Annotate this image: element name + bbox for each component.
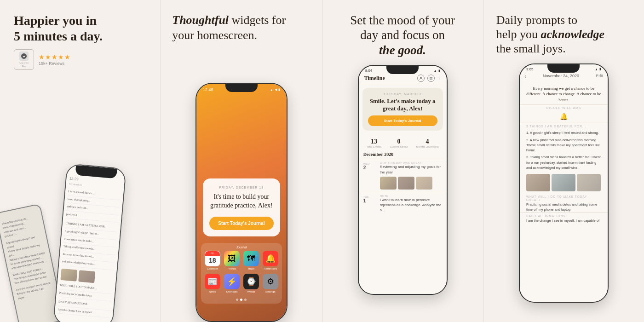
- p3-start-journal-btn[interactable]: Start Today's Journal: [368, 115, 437, 126]
- p4-affirmations-label: DAILY AFFIRMATIONS: [520, 212, 608, 218]
- p4-photo-2: [552, 174, 575, 191]
- p3-entry-img-2: [398, 177, 414, 190]
- phone-p4-mockup: 3:05 ▲ ▮ ‹ November 24, 2020 Edit Every …: [519, 63, 609, 303]
- p2-news-icon-wrap: 📰 News: [205, 274, 220, 293]
- svg-rect-3: [431, 77, 432, 78]
- phone-front-mockup: 12:29 November I have learned that ch...…: [53, 163, 126, 322]
- p2-settings-app-icon: ⚙: [263, 274, 278, 289]
- app-of-day-label: App of the Day: [17, 62, 31, 68]
- panel-4-phone-wrap: 3:05 ▲ ▮ ‹ November 24, 2020 Edit Every …: [483, 63, 644, 322]
- p3-entry-2: TUE 1 NOTE I want to learn how to percei…: [359, 192, 447, 215]
- p3-phone-wrap: 8:04 ▲ ▮ Timeline: [322, 65, 483, 322]
- p4-photo-1: [526, 174, 550, 191]
- p4-grateful-item-2: 2. A new plant that was delivered this m…: [526, 137, 601, 154]
- p3-entry-img-3: [416, 177, 432, 190]
- p3-stat-streak: 0 Current Streak: [390, 138, 408, 148]
- p3-nav-bar: Timeline +: [359, 73, 447, 84]
- phone-front-screen: 12:29 November I have learned that ch...…: [54, 164, 126, 322]
- svg-rect-2: [430, 77, 431, 78]
- p2-maps-app-icon: 🗺: [243, 251, 259, 266]
- tablet-content: I have learned that ch... born, champion…: [0, 205, 59, 305]
- panel-4: Daily prompts to help you acknowledge th…: [483, 0, 644, 322]
- p3-entry-1: WED 2 WHY THIS DAY WAS GREAT Reviewing a…: [359, 159, 447, 191]
- p2-reminders-app-icon: 🔔: [263, 251, 278, 266]
- reviews-count: 15k+ Reviews: [39, 61, 71, 66]
- p3-month-section: December 2020: [359, 152, 447, 159]
- phone-p2-mockup: 12:46 ▲ ◀ ▮ FRIDAY, DECEMBER 18 It's tim…: [196, 83, 288, 322]
- p3-hero-date: TUESDAY, MARCH 2: [368, 92, 437, 96]
- p3-hero-card: TUESDAY, MARCH 2 Smile. Let's make today…: [362, 88, 443, 131]
- p4-photo-3: [577, 174, 601, 191]
- app-of-day-badge: App of the Day: [14, 49, 34, 70]
- p4-screen: 3:05 ▲ ▮ ‹ November 24, 2020 Edit Every …: [520, 64, 608, 302]
- phone-notch: [386, 66, 419, 74]
- p2-maps-icon-wrap: 🗺 Maps: [243, 251, 259, 270]
- p2-photos-app-icon: 🖼: [224, 251, 240, 266]
- p4-back-btn[interactable]: ‹: [524, 73, 526, 80]
- panel-1-phones: I have learned that ch... born, champion…: [0, 76, 161, 322]
- p2-icon-row-1: FRI 18 Calendar 🖼 Photos 🗺 M: [203, 251, 280, 270]
- panel-3-headline: Set the mood of your day and focus on th…: [322, 0, 483, 65]
- ratings: ★★★★★ 15k+ Reviews: [39, 53, 71, 66]
- p4-affirmation-text: I am the change I see in myself. I am ca…: [520, 218, 608, 224]
- p3-hero-text: Smile. Let's make today a great day, Ale…: [368, 98, 437, 112]
- p2-watch-app-icon: ⌚: [243, 274, 259, 289]
- p4-quote: Every morning we get a chance to be diff…: [520, 81, 608, 105]
- panel-1-top: Happier you in 5 minutes a day. App of t…: [0, 0, 161, 76]
- app-of-day-icon: [19, 52, 29, 61]
- p4-grateful-item-3: 3. Taking small steps towards a better m…: [526, 154, 601, 171]
- p2-card-text: It's time to build your gratitude practi…: [209, 193, 274, 210]
- p4-quote-author: NICOLE WILLIAMS: [520, 105, 608, 111]
- p2-icon-row-2: 📰 News ⚡ Shortcuts ⌚ Watch ⚙: [203, 274, 280, 293]
- p4-make-today-text: Practicing social media detox and taking…: [520, 202, 608, 212]
- p2-shortcuts-icon-wrap: ⚡ Shortcuts: [224, 274, 240, 293]
- svg-point-0: [21, 53, 27, 59]
- journal-image-1: [60, 269, 77, 282]
- p3-screen: 8:04 ▲ ▮ Timeline: [359, 66, 447, 294]
- panel-1-headline: Happier you in 5 minutes a day.: [0, 0, 161, 49]
- p2-page-dots: [203, 297, 280, 303]
- phone-notch: [225, 84, 258, 92]
- p2-watch-icon-wrap: ⌚ Watch: [243, 274, 259, 293]
- p2-start-journal-btn[interactable]: Start Today's Journal: [209, 217, 274, 230]
- panel-3-content: Set the mood of your day and focus on th…: [322, 0, 483, 322]
- star-rating: ★★★★★: [39, 53, 71, 61]
- p2-card-date: FRIDAY, DECEMBER 18: [209, 186, 274, 189]
- p4-make-today-label: WHAT WILL I DO TO MAKE TODAY GREAT?: [520, 194, 608, 202]
- panel-2: Thoughtful widgets for your homescreen. …: [161, 0, 322, 322]
- p3-stats-row: 13 Total Entries 0 Current Streak 4 Mont…: [359, 134, 447, 152]
- p3-stat-total: 13 Total Entries: [367, 138, 382, 148]
- p3-grid-icon[interactable]: [427, 75, 435, 82]
- p2-settings-icon-wrap: ⚙ Settings: [263, 274, 278, 293]
- panel-3: Set the mood of your day and focus on th…: [322, 0, 483, 322]
- p4-edit-btn[interactable]: Edit: [596, 74, 603, 78]
- p4-grateful-item-1: 1. A good night's sleep! I feel rested a…: [526, 129, 601, 136]
- p3-nav-icons: +: [417, 75, 441, 82]
- journal-image-2: [78, 270, 95, 283]
- p3-add-icon[interactable]: +: [437, 75, 441, 81]
- p3-nav-title: Timeline: [364, 75, 385, 82]
- p2-news-app-icon: 📰: [205, 274, 220, 289]
- p2-shortcuts-app-icon: ⚡: [224, 274, 240, 289]
- p4-date-title: November 24, 2020: [543, 74, 579, 78]
- p2-photos-icon-wrap: 🖼 Photos: [224, 251, 240, 270]
- svg-rect-5: [431, 79, 432, 80]
- p3-entry-img-1: [380, 177, 397, 190]
- phone-front-container: 12:29 November I have learned that ch...…: [53, 163, 126, 322]
- p4-nav-bar: ‹ November 24, 2020 Edit: [520, 71, 608, 81]
- p2-calendar-app-icon: FRI 18: [205, 251, 220, 266]
- phone-p3-mockup: 8:04 ▲ ▮ Timeline: [358, 65, 448, 295]
- p2-widget-card: FRIDAY, DECEMBER 18 It's time to build y…: [203, 178, 280, 236]
- phone-notch: [547, 64, 580, 73]
- svg-rect-4: [430, 79, 431, 80]
- panel-2-phone-wrap: 12:46 ▲ ◀ ▮ FRIDAY, DECEMBER 18 It's tim…: [161, 50, 322, 322]
- p4-grateful-label: 3 THINGS I AM GRATEFUL FOR...: [520, 122, 608, 129]
- phone-p2-screen: 12:46 ▲ ◀ ▮ FRIDAY, DECEMBER 18 It's tim…: [196, 84, 287, 321]
- p3-profile-icon[interactable]: [417, 75, 425, 82]
- p3-stat-months: 4 Months Journaling: [416, 138, 439, 148]
- p3-entry-images: [380, 177, 442, 190]
- p4-photos-row: [520, 171, 608, 194]
- p2-calendar-icon-wrap: FRI 18 Calendar: [205, 251, 220, 270]
- p2-reminders-icon-wrap: 🔔 Reminders: [263, 251, 278, 270]
- panel-1-badges: App of the Day ★★★★★ 15k+ Reviews: [0, 49, 161, 76]
